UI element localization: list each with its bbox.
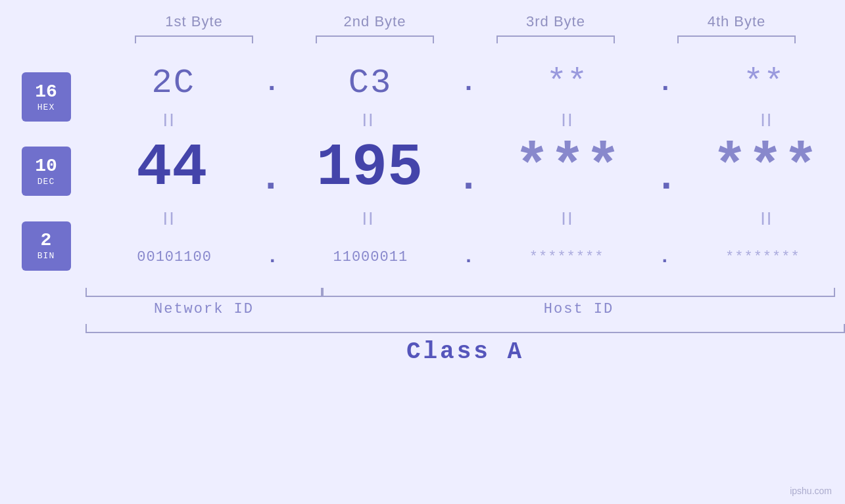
dec-badge-label: DEC: [37, 177, 55, 187]
byte3-header: 3rd Byte: [483, 13, 628, 30]
class-bracket-container: [85, 324, 845, 333]
watermark: ipshu.com: [790, 486, 832, 496]
bin-badge-label: BIN: [37, 251, 55, 261]
dec-dot3: .: [654, 156, 678, 200]
class-label: Class A: [406, 338, 524, 365]
bracket-byte1: [135, 35, 253, 43]
eq2-b1: ||: [97, 210, 242, 225]
bracket-byte2: [316, 35, 434, 43]
bin-b2: 11000011: [298, 249, 443, 265]
dec-data-row: 44 . 195 . *** . ***: [92, 129, 845, 208]
dec-b4: ***: [693, 135, 838, 202]
id-labels: Network ID Host ID: [85, 301, 845, 317]
hex-b4: **: [691, 64, 836, 103]
byte2-header: 2nd Byte: [302, 13, 447, 30]
network-id-label: Network ID: [85, 301, 322, 317]
hex-badge-label: HEX: [37, 103, 55, 112]
equals-row-1: || || || ||: [92, 109, 845, 129]
eq1-b3: ||: [496, 112, 640, 127]
byte1-header: 1st Byte: [122, 13, 266, 30]
eq2-b2: ||: [297, 210, 441, 225]
host-id-label: Host ID: [322, 301, 835, 317]
eq2-b3: ||: [496, 210, 640, 225]
dec-badge-number: 10: [35, 156, 57, 177]
bin-badge-number: 2: [41, 231, 52, 251]
class-bracket: [85, 324, 845, 333]
hex-dot3: .: [658, 68, 673, 98]
hex-dot2: .: [460, 68, 476, 98]
equals-row-2: || || || ||: [92, 208, 845, 227]
bin-dot2: .: [462, 246, 474, 268]
hex-dot1: .: [264, 68, 279, 98]
eq1-b2: ||: [297, 112, 441, 127]
top-brackets: [104, 35, 827, 43]
bin-data-row: 00101100 . 11000011 . ******** . *******…: [92, 227, 845, 286]
bin-b3: ********: [495, 249, 639, 265]
hex-badge-number: 16: [35, 82, 57, 103]
byte-headers: 1st Byte 2nd Byte 3rd Byte 4th Byte: [104, 13, 827, 30]
dec-badge: 10 DEC: [22, 147, 71, 196]
bin-b1: 00101100: [102, 249, 247, 265]
host-bracket: [322, 288, 835, 297]
data-area: 2C . C3 . ** . ** || || || || 44: [92, 57, 845, 286]
eq2-b4: ||: [695, 210, 840, 225]
dec-dot1: .: [259, 156, 283, 200]
hex-b1: 2C: [101, 64, 246, 103]
eq1-b4: ||: [695, 112, 840, 127]
bin-b4: ********: [690, 249, 835, 265]
dec-b1: 44: [99, 135, 244, 202]
main-container: 1st Byte 2nd Byte 3rd Byte 4th Byte 16 H…: [0, 0, 845, 504]
bracket-byte4: [677, 35, 796, 43]
bin-dot3: .: [659, 246, 671, 268]
hex-b2: C3: [298, 64, 443, 103]
eq1-b1: ||: [97, 112, 242, 127]
bin-dot1: .: [266, 246, 278, 268]
bracket-byte3: [496, 35, 615, 43]
dec-b2: 195: [297, 135, 442, 202]
dec-dot2: .: [456, 156, 480, 200]
bin-badge: 2 BIN: [22, 221, 71, 271]
class-label-row: Class A: [104, 338, 827, 365]
hex-b3: **: [495, 64, 639, 103]
byte4-header: 4th Byte: [664, 13, 809, 30]
bottom-brackets: [85, 288, 845, 297]
network-bracket: [85, 288, 322, 297]
hex-badge: 16 HEX: [22, 72, 71, 122]
hex-data-row: 2C . C3 . ** . **: [92, 57, 845, 109]
dec-b3: ***: [495, 135, 640, 202]
badge-column: 16 HEX 10 DEC 2 BIN: [0, 57, 92, 286]
